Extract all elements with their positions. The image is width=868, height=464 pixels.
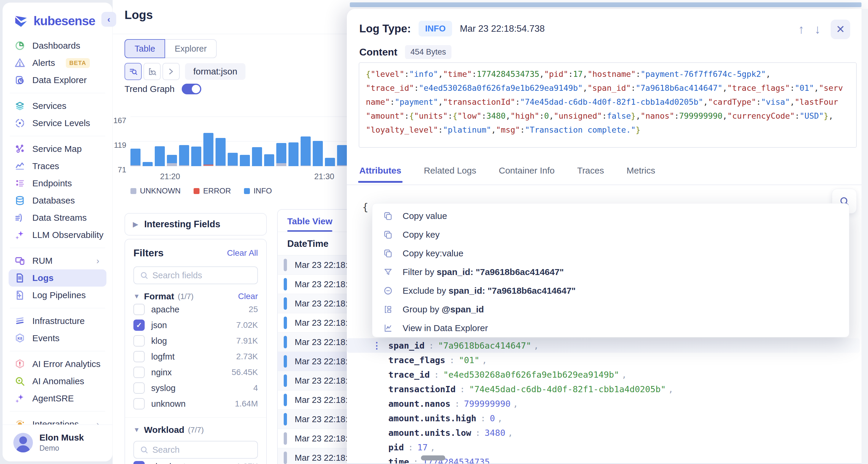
checkbox[interactable]	[133, 304, 145, 315]
sidebar-item-dashboards[interactable]: Dashboards	[9, 37, 106, 54]
filter-option-syslog[interactable]: syslog4	[133, 380, 258, 396]
attribute-row-amount.units.high[interactable]: amount.units.high:0,	[347, 411, 860, 426]
bar[interactable]	[288, 142, 299, 166]
menu-item-view-in-data-explorer[interactable]: View in Data Explorer	[372, 319, 849, 337]
bar[interactable]	[240, 155, 250, 166]
format-clear-link[interactable]: Clear	[238, 292, 258, 301]
horizontal-scrollbar-thumb[interactable]	[421, 455, 445, 460]
view-tab-table[interactable]: Table	[125, 39, 165, 58]
sidebar-item-logs[interactable]: Logs	[9, 269, 106, 287]
detail-tab-container-info[interactable]: Container Info	[499, 166, 554, 182]
sidebar-item-alerts[interactable]: AlertsBETA	[9, 54, 106, 71]
view-tab-explorer[interactable]: Explorer	[165, 39, 217, 58]
log-content-json[interactable]: {"level":"info","time":1774284534735,"pi…	[359, 62, 857, 148]
code-search-button[interactable]	[144, 63, 161, 80]
filter-option-logfmt[interactable]: logfmt2.73K	[133, 349, 258, 364]
next-log-button[interactable]: ↓	[814, 23, 820, 36]
filter-option-apache[interactable]: apache25	[133, 302, 258, 317]
sidebar-item-log-pipelines[interactable]: Log Pipelines	[9, 287, 106, 304]
bar[interactable]	[264, 154, 274, 166]
attribute-row-trace_flags[interactable]: trace_flags:"01",	[347, 353, 860, 367]
workload-search-input[interactable]: Search	[133, 441, 258, 459]
filter-option-nginx[interactable]: nginx56.45K	[133, 365, 258, 380]
sidebar-item-databases[interactable]: Databases	[9, 192, 106, 209]
table-tab-table-view[interactable]: Table View	[287, 216, 332, 232]
query-chip[interactable]: format:json	[185, 63, 245, 80]
bar[interactable]	[130, 149, 141, 166]
bar[interactable]	[167, 155, 177, 166]
horizontal-scrollbar-thumb[interactable]	[350, 2, 862, 7]
filter-option-klog[interactable]: klog7.91K	[133, 333, 258, 349]
filter-option-checkout[interactable]: ✓checkout1.37K	[133, 459, 258, 464]
user-block[interactable]: Elon Musk Demo	[3, 425, 112, 461]
checkbox[interactable]	[133, 351, 145, 362]
menu-item-exclude-by[interactable]: Exclude by span_id: "7a9618b6ac414647"	[372, 281, 849, 300]
sidebar-item-endpoints[interactable]: Endpoints	[9, 175, 106, 192]
menu-item-copy-key-value[interactable]: Copy key:value	[372, 244, 849, 263]
sidebar-collapse-button[interactable]: ‹	[101, 12, 116, 27]
filter-search-button[interactable]	[125, 63, 142, 80]
vertical-scrollbar-track[interactable]	[862, 9, 868, 464]
bar[interactable]	[179, 145, 189, 166]
checkbox[interactable]	[133, 398, 145, 409]
bar[interactable]	[301, 137, 311, 166]
workload-group-header[interactable]: ▼ Workload (7/7)	[133, 425, 258, 435]
attribute-row-transactionId[interactable]: transactionId:"74e45dad-c6db-4d0f-82f1-c…	[347, 382, 860, 396]
bar[interactable]	[204, 133, 213, 166]
legend-item-error[interactable]: ERROR	[193, 186, 231, 196]
detail-tab-attributes[interactable]: Attributes	[359, 166, 401, 182]
sidebar-item-data-explorer[interactable]: Data Explorer	[9, 71, 106, 89]
bar[interactable]	[143, 162, 153, 166]
checkbox[interactable]	[133, 367, 145, 378]
interesting-fields-card[interactable]: ▶ Interesting Fields	[125, 213, 267, 236]
trend-graph-toggle[interactable]	[182, 84, 201, 94]
bar[interactable]	[228, 153, 238, 166]
attribute-row-amount.units.low[interactable]: amount.units.low:3480,	[347, 426, 860, 440]
search-fields-input[interactable]: Search fields	[133, 266, 258, 284]
close-icon[interactable]: ✕	[831, 20, 850, 39]
menu-item-copy-value[interactable]: Copy value	[372, 206, 849, 225]
detail-tab-related-logs[interactable]: Related Logs	[424, 166, 476, 182]
query-prompt-button[interactable]	[162, 63, 180, 80]
bar[interactable]	[252, 147, 262, 166]
legend-item-unknown[interactable]: UNKNOWN	[130, 186, 181, 196]
sidebar-item-infrastructure[interactable]: Infrastructure	[9, 312, 106, 329]
kebab-menu-icon[interactable]: ⋮	[372, 340, 381, 351]
sidebar-item-ai-error-analytics[interactable]: AI Error Analytics	[9, 355, 106, 373]
menu-item-filter-by[interactable]: Filter by span_id: "7a9618b6ac414647"	[372, 263, 849, 281]
checkbox[interactable]	[133, 382, 145, 394]
sidebar-item-data-streams[interactable]: Data Streams	[9, 209, 106, 226]
bar[interactable]	[216, 138, 226, 166]
checkbox[interactable]	[133, 335, 145, 347]
attribute-row-pid[interactable]: pid:17,	[347, 440, 860, 455]
format-group-header[interactable]: ▼ Format (1/7) Clear	[133, 291, 258, 301]
sidebar-item-service-map[interactable]: Service Map	[9, 140, 106, 157]
sidebar-item-services[interactable]: Services	[9, 97, 106, 115]
bar[interactable]	[325, 158, 335, 166]
sidebar-item-events[interactable]: K8Events	[9, 329, 106, 347]
menu-item-group-by[interactable]: Group by @span_id	[372, 300, 849, 319]
detail-tab-traces[interactable]: Traces	[577, 166, 604, 182]
previous-log-button[interactable]: ↑	[798, 23, 804, 36]
logo[interactable]: kubesense	[3, 3, 112, 37]
bar[interactable]	[337, 145, 347, 166]
bar[interactable]	[155, 146, 165, 166]
checkbox[interactable]: ✓	[133, 461, 145, 464]
clear-all-link[interactable]: Clear All	[227, 248, 258, 258]
attribute-row-trace_id[interactable]: trace_id:"e4ed530268a0f626fa9e1b629ea914…	[347, 367, 860, 382]
sidebar-item-traces[interactable]: Traces	[9, 157, 106, 175]
filter-option-json[interactable]: ✓json7.02K	[133, 317, 258, 333]
sidebar-item-rum[interactable]: RUM›	[9, 252, 106, 269]
attribute-row-amount.nanos[interactable]: amount.nanos:799999990,	[347, 396, 860, 411]
filter-option-unknown[interactable]: unknown1.64M	[133, 396, 258, 411]
sidebar-item-llm-observability[interactable]: LLM Observability	[9, 226, 106, 243]
bar[interactable]	[313, 141, 323, 166]
sidebar-item-ai-anomalies[interactable]: AI Anomalies	[9, 373, 106, 390]
checkbox[interactable]: ✓	[133, 320, 145, 331]
sidebar-item-agentsre[interactable]: AgentSRE	[9, 390, 106, 407]
sidebar-item-service-levels[interactable]: Service Levels	[9, 115, 106, 132]
bar[interactable]	[191, 147, 201, 166]
bar[interactable]	[276, 143, 286, 166]
attribute-row-span_id[interactable]: ⋮span_id:"7a9618b6ac414647",	[347, 338, 860, 353]
detail-tab-metrics[interactable]: Metrics	[627, 166, 655, 182]
